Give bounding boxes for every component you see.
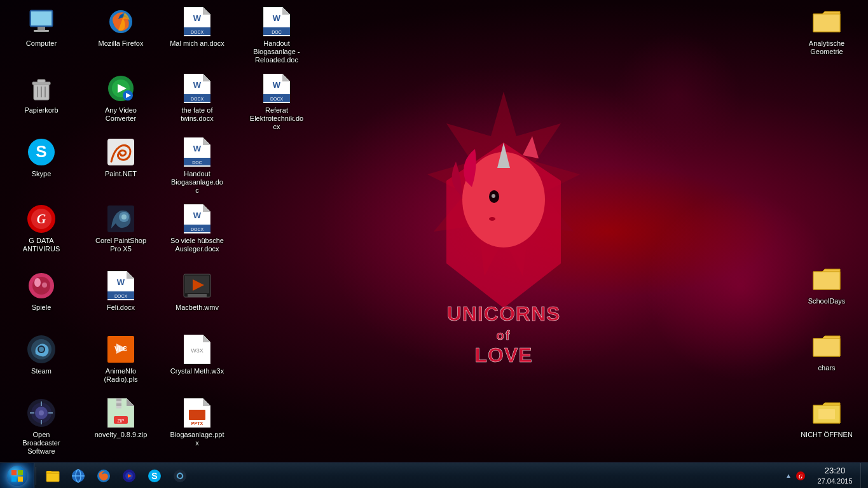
taskbar-icon-ie[interactable] xyxy=(65,464,91,488)
taskbar-icon-skype[interactable]: S xyxy=(142,464,167,488)
icon-fate-of-twins-label: the fate of twins.docx xyxy=(169,106,226,123)
icon-chars[interactable]: chars xyxy=(798,331,855,373)
icon-handout-reloaded-label: Handout Biogasanlage - Reloaded.doc xyxy=(248,39,305,66)
svg-text:W: W xyxy=(193,80,202,90)
svg-rect-105 xyxy=(818,409,835,419)
taskbar-right: ▲ G 23:20 27.04.2015 xyxy=(780,463,868,489)
icon-so-viele-hubsche[interactable]: WDOCX So viele hübsche Ausleger.docx xyxy=(169,204,226,254)
icon-obs-label: Open Broadcaster Software xyxy=(13,430,70,457)
svg-rect-107 xyxy=(18,470,23,475)
icon-paint-net[interactable]: Paint.NET xyxy=(92,137,149,179)
icon-corel-paintshop[interactable]: Corel PaintShop Pro X5 xyxy=(92,204,149,254)
taskbar-icon-steam[interactable] xyxy=(167,464,193,488)
icon-school-days[interactable]: SchoolDays xyxy=(798,264,855,306)
taskbar-icon-explorer[interactable] xyxy=(40,464,65,488)
crystal-meth-icon: W3X xyxy=(182,334,212,365)
icon-mal-mich-an[interactable]: WDOCX Mal mich an.docx xyxy=(169,6,226,48)
taskbar: S ▲ G 23:20 27.04.2015 xyxy=(0,463,868,488)
icon-novelty-zip[interactable]: ZIP novelty_0.8.9.zip xyxy=(92,398,149,440)
icon-macbeth-wmv[interactable]: Macbeth.wmv xyxy=(169,270,226,312)
icon-animenfo-label: AnimeNfo (Radio).pls xyxy=(92,366,149,384)
svg-marker-62 xyxy=(203,204,210,212)
svg-rect-103 xyxy=(189,410,205,420)
svg-rect-78 xyxy=(188,294,207,297)
icon-analytische-geometrie-label: Analytische Geometrie xyxy=(798,39,855,57)
icon-handout-reloaded[interactable]: WDOC Handout Biogasanlage - Reloaded.doc xyxy=(248,6,305,66)
icon-computer-label: Computer xyxy=(25,39,58,48)
svg-text:W: W xyxy=(117,277,125,287)
fate-of-twins-icon: WDOCX xyxy=(182,73,212,104)
icon-animenfo[interactable]: VLC AnimeNfo (Radio).pls xyxy=(92,334,149,384)
icon-school-days-label: SchoolDays xyxy=(807,296,847,306)
corel-paintshop-icon xyxy=(106,204,136,234)
desktop-icons: Computer Mozilla Firefox WDOCX Mal mich … xyxy=(0,0,868,463)
svg-text:DOC: DOC xyxy=(272,30,282,34)
svg-text:PPTX: PPTX xyxy=(191,421,203,426)
papierkorb-icon xyxy=(26,73,57,104)
icon-steam[interactable]: Steam xyxy=(13,334,70,376)
icon-crystal-meth[interactable]: W3X Crystal Meth.w3x xyxy=(169,334,226,376)
svg-point-60 xyxy=(121,214,127,220)
svg-rect-111 xyxy=(46,471,52,473)
icon-firefox[interactable]: Mozilla Firefox xyxy=(92,6,149,48)
svg-text:G: G xyxy=(37,212,46,226)
svg-rect-97 xyxy=(116,403,121,406)
svg-rect-108 xyxy=(11,477,17,482)
icon-analytische-geometrie[interactable]: Analytische Geometrie xyxy=(798,6,855,57)
svg-text:DOC: DOC xyxy=(192,160,202,165)
icon-corel-paintshop-label: Corel PaintShop Pro X5 xyxy=(92,236,149,254)
obs-icon xyxy=(26,398,57,428)
icon-macbeth-wmv-label: Macbeth.wmv xyxy=(174,303,220,312)
icon-nicht-offnen-label: NICHT ÖFFNEN xyxy=(799,430,854,440)
icon-spiele-label: Spiele xyxy=(31,303,53,312)
start-button[interactable] xyxy=(0,463,34,489)
svg-text:DOCX: DOCX xyxy=(191,30,204,34)
icon-fate-of-twins[interactable]: WDOCX the fate of twins.docx xyxy=(169,73,226,123)
gdata-icon: G xyxy=(26,204,57,234)
paint-net-icon xyxy=(106,137,136,167)
icon-papierkorb[interactable]: Papierkorb xyxy=(13,73,70,115)
computer-icon xyxy=(26,6,57,37)
taskbar-icon-firefox[interactable] xyxy=(91,464,116,488)
icon-biogasanlage-pptx[interactable]: PPTX Biogasanlage.pptx xyxy=(169,398,226,448)
icon-gdata[interactable]: G G DATA ANTIVIRUS xyxy=(13,204,70,254)
icon-skype-label: Skype xyxy=(31,169,53,179)
svg-text:W: W xyxy=(273,80,281,90)
show-desktop-button[interactable] xyxy=(860,463,865,489)
svg-text:DOCX: DOCX xyxy=(114,294,128,298)
skype-icon: S xyxy=(26,137,57,167)
biogasanlage-pptx-icon: PPTX xyxy=(182,398,212,428)
show-hidden-tray-button[interactable]: ▲ xyxy=(784,472,793,479)
clock-area[interactable]: 23:20 27.04.2015 xyxy=(809,463,860,489)
icon-obs[interactable]: Open Broadcaster Software xyxy=(13,398,70,457)
svg-rect-13 xyxy=(34,30,49,32)
icon-spiele[interactable]: Spiele xyxy=(13,270,70,312)
icon-computer[interactable]: Computer xyxy=(13,6,70,48)
so-viele-hubsche-icon: WDOCX xyxy=(182,204,212,234)
icon-feli-docx[interactable]: WDOCX Feli.docx xyxy=(92,270,149,312)
any-video-converter-icon xyxy=(106,73,136,104)
icon-gdata-label: G DATA ANTIVIRUS xyxy=(13,236,70,254)
icon-skype[interactable]: S Skype xyxy=(13,137,70,179)
icon-any-video-converter[interactable]: Any Video Converter xyxy=(92,73,149,123)
icon-firefox-label: Mozilla Firefox xyxy=(97,39,145,48)
nicht-offnen-icon xyxy=(811,398,842,428)
svg-point-68 xyxy=(34,278,41,287)
system-tray: ▲ G xyxy=(780,463,809,489)
animenfo-icon: VLC xyxy=(106,334,136,365)
icon-referat-elektrotechnik[interactable]: WDOCX Referat Elektrotechnik.docx xyxy=(248,73,305,132)
svg-rect-95 xyxy=(116,398,121,401)
svg-text:ZIP: ZIP xyxy=(118,419,125,423)
icon-nicht-offnen[interactable]: NICHT ÖFFNEN xyxy=(798,398,855,440)
svg-point-82 xyxy=(39,347,44,352)
icon-handout-biogasanlage[interactable]: WDOC Handout Biogasanlage.doc xyxy=(169,137,226,196)
icon-steam-label: Steam xyxy=(30,366,53,376)
svg-text:DOCX: DOCX xyxy=(191,227,204,232)
tray-icon-gdata[interactable]: G xyxy=(796,471,806,481)
windows-orb xyxy=(7,466,27,486)
taskbar-icon-media-player[interactable] xyxy=(116,464,142,488)
svg-rect-96 xyxy=(116,401,121,403)
mal-mich-an-icon: WDOCX xyxy=(182,6,212,37)
svg-rect-106 xyxy=(11,470,17,475)
taskbar-separator-1 xyxy=(36,467,36,485)
